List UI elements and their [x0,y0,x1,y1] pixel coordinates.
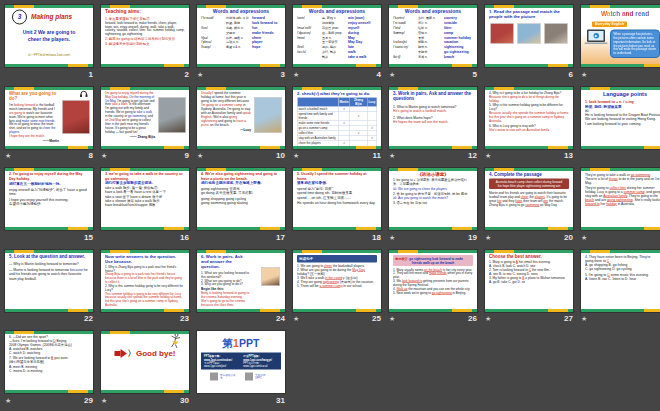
slide-cell[interactable]: 6. —Did we see the sport? —Sure. I'm loo… [1,329,97,411]
slide-text-line: C. go sightseeing D. go cycling [585,267,660,271]
slide-number: 23 [180,314,189,323]
slide-thumbnail[interactable]: 6. —Did we see the sport? —Sure. I'm loo… [5,331,93,393]
slide-cell[interactable]: 6. Work in pairs. Ask and answer the que… [193,248,289,330]
slide-cell[interactable]: What are you going to do?I'm looking for… [1,85,97,167]
slide-cell[interactable]: 2. check(√) what they're going to do.Mar… [289,85,385,167]
slide-cell[interactable]: 4. Complete the passageAustralia beach c… [481,166,577,248]
slide-cell[interactable]: Words and expressions/wɪn/赢, 获胜 v.win (w… [289,3,385,85]
slide-cell[interactable]: 4. We're also going sightseeing and goin… [193,166,289,248]
slide-thumbnail[interactable]: I'm going to enjoy myself during the May… [101,87,189,149]
slide-cell[interactable]: Teaching aims:1. 学生要掌握如下词汇和短语:forward, l… [97,3,193,85]
slide-cell[interactable]: Words and expressions/'kʌntrɪ/乡村; 国家 n.c… [385,3,481,85]
text-segment: are going to [9,110,25,114]
transition-star-icon[interactable]: ★ [389,152,395,159]
slide-cell[interactable]: 第1PPTPPT模板下载: www.1ppt.com/moban/节日PPT模板… [193,329,289,411]
slide-cell[interactable]: 2. I'm going to enjoy myself during the … [1,166,97,248]
slide-sorter-grid: 3Making plansUnit 2 We are going to chee… [0,0,660,411]
slide-text-line: 如: [585,108,660,112]
transition-star-icon[interactable]: ★ [5,397,11,404]
slide-thumbnail[interactable]: 3. Work in pairs. Ask and answer the que… [389,87,477,149]
slide-cell[interactable]: 《语法小课堂》1. be going to + 动词原形: 表示将要发生的动作或… [385,166,481,248]
slide-cell[interactable]: I'm going to enjoy myself during the May… [97,85,193,167]
slide-thumbnail[interactable]: Choose the best answer.1. Mary is going … [485,250,573,312]
slide-thumbnail[interactable]: 4. They have never been to Beijing. They… [581,250,660,312]
transition-star-icon[interactable]: ★ [581,71,587,78]
slide-thumbnail[interactable]: 5. Look at the question and answer.— Why… [5,250,93,312]
slide-thumbnail[interactable]: 选词填空: go sightseeing look forward to mak… [389,250,477,312]
slide-cell[interactable]: Words and expressions/'fɔ:wəd/向前地 adv. 今… [193,3,289,85]
slide-thumbnail[interactable]: 4. Why is it going to be a fun holiday f… [485,87,573,149]
slide-thumbnail[interactable]: 6. Work in pairs. Ask and answer the que… [197,250,285,312]
slide-text-line: I'm going to enjoy myself during the May… [105,90,155,133]
text-segment: 希望你今晚玩得愉快。 [9,202,44,206]
slide-thumbnail[interactable]: Language points1. look forward to + n. /… [581,87,660,149]
slide-thumbnail[interactable]: Words and expressions/wɪn/赢, 获胜 v.win (w… [293,5,381,67]
slide-thumbnail[interactable]: 3. we're going to take a walk in the cou… [101,168,189,230]
slide-thumbnail[interactable]: 〉Good bye! [101,331,189,393]
transition-star-icon[interactable]: ★ [293,71,299,78]
slide-thumbnail[interactable]: What are you going to do?I'm looking for… [5,87,93,149]
transition-star-icon[interactable]: ★ [485,234,491,241]
accent-segment [164,309,184,312]
transition-star-icon[interactable]: ★ [197,71,203,78]
transition-star-icon[interactable]: ★ [389,234,395,241]
slide-thumbnail[interactable]: Watch and readEveryday English▶When a pa… [581,5,660,67]
transition-star-icon[interactable]: ★ [5,152,11,159]
slide-cell[interactable]: 3Making plansUnit 2 We are going to chee… [1,3,97,85]
slide-thumbnail[interactable]: 2. check(√) what they're going to do.Mar… [293,87,381,149]
slide-accent-bar [581,87,660,90]
photo-placeholder [490,23,514,44]
slide-thumbnail[interactable]: Teaching aims:1. 学生要掌握如下词汇和短语:forward, l… [101,5,189,67]
transition-star-icon[interactable]: ★ [389,315,395,322]
slide-thumbnail[interactable]: 4. Complete the passageAustralia beach c… [485,168,573,230]
transition-star-icon[interactable]: ★ [581,234,587,241]
slide-cell[interactable]: 1. Read the passage and match the people… [481,3,577,85]
slide-thumbnail[interactable]: 1. Read the passage and match the people… [485,5,573,67]
slide-cell[interactable]: Now write answers to the question.Use be… [97,248,193,330]
slide-cell[interactable]: Watch and readEveryday English▶When a pa… [577,3,660,85]
slide-cell[interactable]: 3. we're going to take a walk in the cou… [97,166,193,248]
transition-star-icon[interactable]: ★ [101,397,107,404]
slide-cell[interactable]: 4. Why is it going to be a fun holiday f… [481,85,577,167]
slide-text-line: 3. 否定句在 be 后加 not。 [393,201,473,205]
slide-thumbnail[interactable]: 《语法小课堂》1. be going to + 动词原形: 表示将要发生的动作或… [389,168,477,230]
slide-cell[interactable]: 完成句子1. We are going to cheer the basketb… [289,248,385,330]
transition-star-icon[interactable]: ★ [293,152,299,159]
slide-cell[interactable]: 〉Good bye!★30 [97,329,193,411]
slide-number: 16 [180,233,189,242]
slide-thumbnail[interactable]: Words and expressions/'kʌntrɪ/乡村; 国家 n.c… [389,5,477,67]
slide-thumbnail[interactable]: Words and expressions/'fɔ:wəd/向前地 adv. 今… [197,5,285,67]
transition-star-icon[interactable]: ★ [581,315,587,322]
slide-thumbnail[interactable]: 4. We're also going sightseeing and goin… [197,168,285,230]
slide-number: 4 [377,70,381,79]
slide-cell[interactable]: 5. Look at the question and answer.— Why… [1,248,97,330]
slide-accent-bar [485,87,573,90]
transition-star-icon[interactable]: ★ [293,315,299,322]
check-cell [367,120,377,125]
text-segment: her email this evening. [518,260,551,264]
accent-segment [356,309,376,312]
slide-thumbnail[interactable]: 完成句子1. We are going to cheer the basketb… [293,250,381,312]
transition-star-icon[interactable]: ★ [485,315,491,322]
slide-cell[interactable]: 5. Usually I spend the summer holiday at… [289,166,385,248]
slide-cell[interactable]: 3. Work in pairs. Ask and answer the que… [385,85,481,167]
slide-thumbnail[interactable]: 第1PPTPPT模板下载: www.1ppt.com/moban/节日PPT模板… [197,331,285,393]
slide-cell[interactable]: Usually I spend the summer holiday at ho… [193,85,289,167]
transition-star-icon[interactable]: ★ [389,71,395,78]
slide-cell[interactable]: 4. They have never been to Beijing. They… [577,248,660,330]
slide-cell[interactable]: 选词填空: go sightseeing look forward to mak… [385,248,481,330]
transition-star-icon[interactable]: ★ [101,152,107,159]
slide-thumbnail[interactable]: 2. I'm going to enjoy myself during the … [5,168,93,230]
transition-star-icon[interactable]: ★ [485,152,491,159]
text-segment: spend 意为“度过; 花费”。 [297,187,336,191]
slide-cell[interactable]: They're going to take a walk or go swimm… [577,166,660,248]
slide-thumbnail[interactable]: 3Making plansUnit 2 We are going to chee… [5,5,93,67]
slide-thumbnail[interactable]: They're going to take a walk or go swimm… [581,168,660,230]
slide-thumbnail[interactable]: Usually I spend the summer holiday at ho… [197,87,285,149]
slide-cell[interactable]: Choose the best answer.1. Mary is going … [481,248,577,330]
slide-thumbnail[interactable]: 5. Usually I spend the summer holiday at… [293,168,381,230]
slide-thumbnail[interactable]: Now write answers to the question.Use be… [101,250,189,312]
banner-line: 节日PPT模板: www.1ppt.com/jieri/ [204,362,238,369]
transition-star-icon[interactable]: ★ [197,152,203,159]
slide-cell[interactable]: Language points1. look forward to + n. /… [577,85,660,167]
